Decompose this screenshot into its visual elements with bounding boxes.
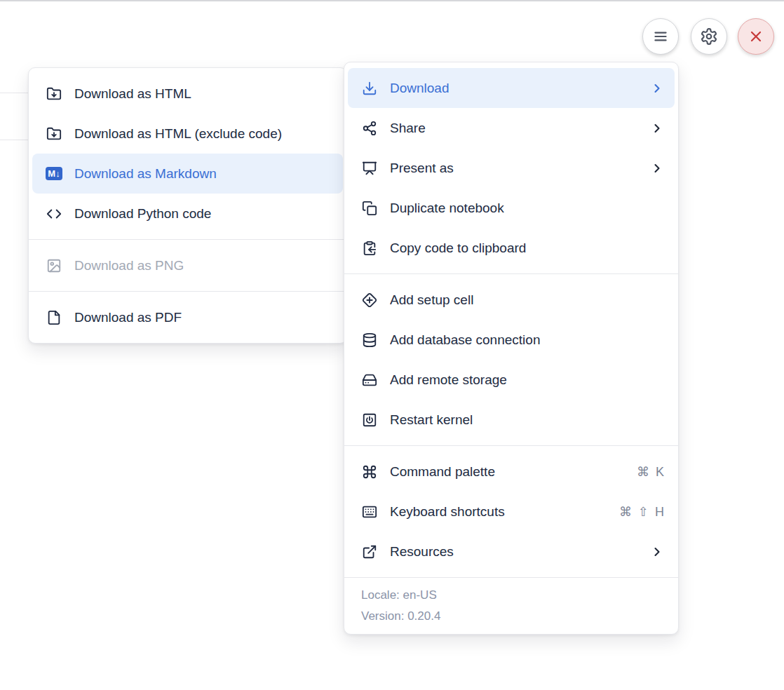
close-button[interactable] [738, 18, 774, 55]
square-power-icon [361, 412, 378, 428]
chevron-right-icon [650, 161, 664, 175]
menu-item-share[interactable]: Share [344, 108, 678, 148]
menu-item-duplicate-notebook[interactable]: Duplicate notebook [344, 188, 678, 228]
menu-item-label: Download as PNG [74, 258, 184, 273]
code-icon [46, 205, 62, 222]
menu-section: Download as PNG [29, 240, 346, 291]
chevron-right-icon [650, 121, 664, 135]
menu-item-label: Copy code to clipboard [390, 241, 526, 256]
menu-item-label: Add remote storage [390, 372, 507, 388]
page-top-border [0, 0, 784, 1]
settings-button[interactable] [691, 18, 727, 55]
background-cell-border [0, 140, 29, 140]
download-submenu-panel: Download as HTMLDownload as HTML (exclud… [28, 67, 347, 344]
menu-item-add-database-connection[interactable]: Add database connection [344, 320, 678, 360]
notebook-menu-panel: DownloadSharePresent asDuplicate noteboo… [344, 62, 679, 635]
menu-item-label: Add database connection [390, 332, 540, 348]
menu-item-label: Restart kernel [390, 412, 473, 428]
chevron-right-icon [650, 545, 664, 559]
menu-item-label: Download Python code [74, 206, 211, 222]
database-icon [361, 332, 378, 349]
menu-item-label: Download as HTML (exclude code) [74, 126, 282, 142]
menu-item-label: Duplicate notebook [390, 201, 504, 216]
shortcut-key: ⌘ [619, 506, 632, 518]
keyboard-shortcut: ⌘⇧H [619, 506, 664, 518]
menu-item-command-palette[interactable]: Command palette⌘K [344, 452, 678, 492]
menu-item-add-remote-storage[interactable]: Add remote storage [344, 360, 678, 400]
keyboard-shortcut: ⌘K [637, 466, 664, 478]
menu-section: Download as HTMLDownload as HTML (exclud… [29, 68, 346, 239]
external-link-icon [361, 543, 378, 560]
file-icon [46, 309, 62, 326]
menu-item-download-as-markdown[interactable]: M↓Download as Markdown [32, 154, 343, 194]
command-icon [361, 464, 378, 480]
menu-item-resources[interactable]: Resources [344, 532, 678, 571]
submenu-indicator [650, 81, 664, 95]
gear-icon [700, 27, 718, 46]
menu-item-label: Download as PDF [74, 310, 182, 325]
folder-down-icon [46, 86, 62, 102]
menu-item-label: Keyboard shortcuts [390, 504, 505, 520]
menu-item-label: Resources [390, 544, 454, 560]
copy-icon [361, 200, 378, 217]
shortcut-key: ⇧ [638, 506, 649, 518]
submenu-indicator [650, 121, 664, 135]
shortcut-key: H [655, 506, 664, 518]
menu-item-present-as[interactable]: Present as [344, 148, 678, 188]
menu-item-add-setup-cell[interactable]: Add setup cell [344, 280, 678, 320]
menu-section: Command palette⌘KKeyboard shortcuts⌘⇧HRe… [344, 446, 678, 577]
shortcut-keys: ⌘⇧H [619, 506, 664, 518]
download-icon [361, 80, 378, 97]
menu-item-download-as-pdf[interactable]: Download as PDF [29, 297, 346, 337]
menu-item-label: Add setup cell [390, 292, 473, 308]
shortcut-keys: ⌘K [637, 466, 664, 478]
share-icon [361, 120, 378, 137]
menu-section: Add setup cellAdd database connectionAdd… [344, 274, 678, 445]
submenu-indicator [650, 161, 664, 175]
version-text: Version: 0.20.4 [361, 606, 661, 627]
menu-section: DownloadSharePresent asDuplicate noteboo… [344, 62, 678, 273]
menu-item-label: Present as [390, 161, 454, 176]
menu-item-download-as-html[interactable]: Download as HTML [29, 74, 346, 114]
image-icon [46, 257, 62, 274]
clipboard-copy-icon [361, 240, 378, 257]
hamburger-icon [651, 27, 670, 46]
menu-item-label: Share [390, 121, 426, 136]
menu-item-label: Download [390, 81, 450, 96]
menu-item-download-python-code[interactable]: Download Python code [29, 194, 346, 234]
menu-footer: Locale: en-US Version: 0.20.4 [344, 578, 678, 634]
menu-section: Download as PDF [29, 292, 346, 343]
menu-item-copy-code-to-clipboard[interactable]: Copy code to clipboard [344, 228, 678, 268]
presentation-icon [361, 160, 378, 177]
menu-item-download-as-png: Download as PNG [29, 245, 346, 285]
close-icon [748, 28, 764, 45]
shortcut-key: ⌘ [637, 466, 649, 478]
hard-drive-icon [361, 372, 378, 388]
background-cell-border [0, 93, 29, 93]
submenu-indicator [650, 545, 664, 559]
menu-item-download[interactable]: Download [348, 68, 675, 108]
menu-item-label: Download as HTML [74, 86, 191, 102]
locale-text: Locale: en-US [361, 585, 661, 606]
chevron-right-icon [650, 81, 664, 95]
markdown-badge-icon: M↓ [46, 165, 62, 182]
diamond-plus-icon [361, 292, 378, 309]
menu-item-keyboard-shortcuts[interactable]: Keyboard shortcuts⌘⇧H [344, 492, 678, 532]
keyboard-icon [361, 503, 378, 520]
folder-down-icon [46, 126, 62, 142]
menu-item-download-as-html-exclude-code[interactable]: Download as HTML (exclude code) [29, 114, 346, 154]
shortcut-key: K [656, 466, 664, 478]
menu-item-restart-kernel[interactable]: Restart kernel [344, 400, 678, 440]
menu-item-label: Download as Markdown [74, 166, 217, 182]
menu-item-label: Command palette [390, 464, 495, 480]
hamburger-menu-button[interactable] [642, 18, 679, 55]
